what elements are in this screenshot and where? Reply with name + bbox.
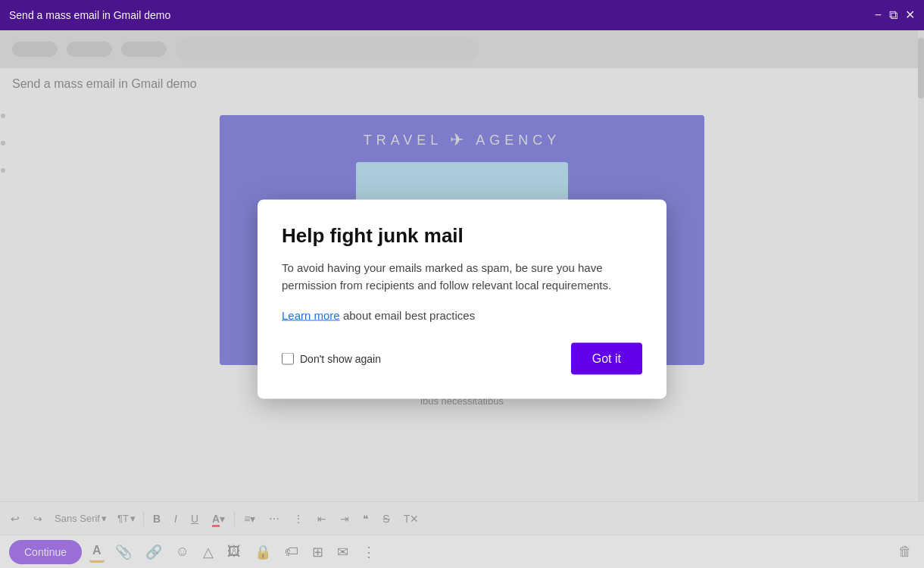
learn-more-link[interactable]: Learn more [282, 309, 340, 322]
modal-body-text: To avoid having your emails marked as sp… [282, 260, 642, 294]
modal-title: Help fight junk mail [282, 224, 642, 248]
dont-show-label[interactable]: Don't show again [282, 353, 381, 365]
dont-show-checkbox[interactable] [282, 353, 294, 365]
content-area: Send a mass email in Gmail demo TRAVEL ✈… [0, 30, 924, 568]
close-button[interactable]: ✕ [905, 9, 915, 21]
modal-footer: Don't show again Got it [282, 343, 642, 375]
modal-learn-more: Learn more about email best practices [282, 309, 642, 322]
title-bar: Send a mass email in Gmail demo − ⧉ ✕ [0, 0, 924, 30]
window-title: Send a mass email in Gmail demo [9, 9, 170, 21]
minimize-button[interactable]: − [875, 9, 882, 21]
title-bar-controls: − ⧉ ✕ [875, 9, 915, 21]
app-window: Send a mass email in Gmail demo − ⧉ ✕ Se… [0, 0, 924, 568]
restore-button[interactable]: ⧉ [889, 9, 897, 21]
dont-show-text: Don't show again [300, 353, 381, 365]
learn-more-suffix: about email best practices [340, 309, 475, 322]
modal-dialog: Help fight junk mail To avoid having you… [258, 200, 666, 399]
got-it-button[interactable]: Got it [571, 343, 642, 375]
title-bar-left: Send a mass email in Gmail demo [9, 9, 170, 21]
